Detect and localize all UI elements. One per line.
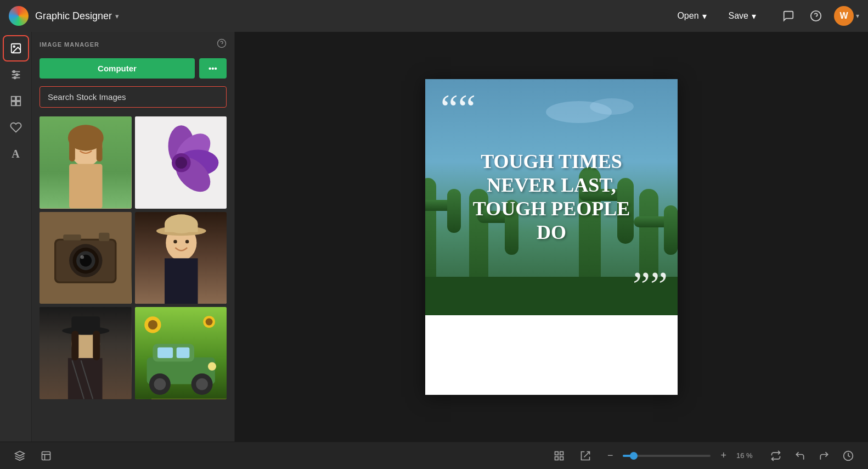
avatar: W bbox=[834, 6, 854, 26]
svg-marker-84 bbox=[15, 451, 25, 455]
svg-rect-62 bbox=[176, 347, 189, 358]
zoom-controls: − + 16 % bbox=[603, 448, 758, 464]
sidebar-item-image-manager[interactable] bbox=[4, 36, 28, 60]
avatar-wrapper[interactable]: W ▾ bbox=[834, 6, 859, 26]
save-label: Save bbox=[729, 11, 748, 21]
svg-point-66 bbox=[196, 378, 208, 390]
app-title-text: Graphic Designer bbox=[35, 10, 112, 22]
svg-point-28 bbox=[175, 157, 187, 169]
quote-close-mark: ”” bbox=[633, 266, 668, 305]
zoom-slider-thumb[interactable] bbox=[630, 452, 638, 460]
history-button[interactable] bbox=[839, 447, 857, 465]
frame-button[interactable] bbox=[550, 447, 568, 465]
quote-line1: TOUGH TIMES bbox=[481, 150, 622, 172]
save-button[interactable]: Save ▾ bbox=[721, 8, 764, 25]
svg-rect-43 bbox=[165, 224, 198, 232]
svg-point-56 bbox=[148, 320, 157, 330]
quote-open-mark: ““ bbox=[441, 89, 476, 129]
thumbnail-truck[interactable] bbox=[135, 307, 227, 399]
app-title[interactable]: Graphic Designer ▾ bbox=[35, 10, 119, 22]
export-button[interactable] bbox=[577, 447, 594, 465]
sidebar-item-adjustments[interactable] bbox=[4, 63, 28, 87]
svg-point-45 bbox=[173, 239, 177, 243]
svg-point-3 bbox=[13, 46, 15, 47]
more-options-button[interactable]: ••• bbox=[199, 58, 227, 79]
thumbnail-woman-3[interactable] bbox=[40, 307, 132, 399]
sidebar-item-text[interactable]: A bbox=[4, 142, 28, 166]
svg-rect-20 bbox=[69, 138, 75, 161]
panel-help-button[interactable] bbox=[217, 38, 227, 51]
thumbnail-woman-1[interactable] bbox=[40, 116, 132, 209]
canvas-quote-text: TOUGH TIMES NEVER LAST, TOUGH PEOPLE DO bbox=[450, 149, 652, 244]
svg-rect-11 bbox=[16, 97, 20, 101]
sidebar-item-templates[interactable] bbox=[4, 89, 28, 113]
image-grid bbox=[40, 116, 227, 399]
svg-point-64 bbox=[154, 378, 166, 390]
svg-point-8 bbox=[16, 74, 18, 76]
upload-buttons-row: Computer ••• bbox=[40, 58, 227, 79]
svg-point-67 bbox=[207, 362, 216, 371]
svg-rect-88 bbox=[555, 451, 558, 455]
panel-header: IMAGE MANAGER bbox=[40, 38, 227, 51]
svg-rect-50 bbox=[71, 316, 100, 332]
svg-rect-12 bbox=[11, 102, 15, 105]
image-manager-panel: IMAGE MANAGER Computer ••• Search Stock … bbox=[32, 32, 235, 442]
help-icon-button[interactable] bbox=[807, 7, 825, 25]
svg-point-70 bbox=[590, 98, 634, 115]
quote-line4: DO bbox=[537, 221, 566, 243]
canvas-white-bottom bbox=[425, 315, 678, 395]
svg-rect-52 bbox=[71, 331, 78, 360]
svg-rect-21 bbox=[97, 138, 103, 161]
quote-line2: NEVER LAST, bbox=[487, 174, 616, 196]
zoom-slider-track[interactable] bbox=[623, 455, 711, 457]
bottombar: − + 16 % bbox=[0, 442, 868, 469]
search-stock-button[interactable]: Search Stock Images bbox=[40, 86, 227, 108]
chat-icon-button[interactable] bbox=[779, 7, 798, 25]
text-icon: A bbox=[12, 148, 19, 160]
zoom-out-button[interactable]: − bbox=[603, 448, 618, 464]
design-canvas[interactable]: ““ TOUGH TIMES NEVER LAST, TOUGH PEOPLE … bbox=[425, 79, 678, 395]
zoom-percent: 16 % bbox=[736, 451, 758, 460]
svg-point-7 bbox=[13, 71, 15, 73]
computer-upload-button[interactable]: Computer bbox=[40, 58, 195, 79]
canvas-image-section: ““ TOUGH TIMES NEVER LAST, TOUGH PEOPLE … bbox=[425, 79, 678, 315]
svg-rect-85 bbox=[42, 451, 50, 460]
flip-button[interactable] bbox=[767, 447, 785, 465]
svg-rect-90 bbox=[555, 456, 558, 460]
svg-point-36 bbox=[81, 255, 84, 258]
svg-rect-44 bbox=[165, 258, 198, 304]
svg-rect-37 bbox=[99, 232, 109, 241]
open-chevron: ▾ bbox=[702, 11, 707, 21]
svg-rect-18 bbox=[69, 164, 103, 208]
svg-rect-61 bbox=[157, 347, 173, 358]
svg-rect-82 bbox=[664, 205, 678, 255]
layout-button[interactable] bbox=[37, 447, 55, 465]
svg-rect-13 bbox=[16, 102, 20, 105]
main-content: A IMAGE MANAGER Computer ••• Search Stoc… bbox=[0, 32, 868, 442]
svg-point-9 bbox=[14, 77, 16, 79]
redo-button[interactable] bbox=[815, 447, 833, 465]
save-chevron: ▾ bbox=[752, 11, 756, 21]
svg-rect-89 bbox=[560, 451, 563, 455]
icon-sidebar: A bbox=[0, 32, 32, 442]
app-title-chevron: ▾ bbox=[115, 12, 119, 20]
open-label: Open bbox=[677, 11, 698, 21]
avatar-letter: W bbox=[839, 11, 848, 21]
thumbnail-woman-2[interactable] bbox=[135, 212, 227, 304]
svg-rect-91 bbox=[560, 456, 563, 460]
bottom-right-icons bbox=[767, 447, 857, 465]
open-button[interactable]: Open ▾ bbox=[669, 8, 714, 25]
sidebar-item-favorites[interactable] bbox=[4, 115, 28, 139]
svg-point-46 bbox=[185, 239, 188, 243]
thumbnail-camera[interactable] bbox=[40, 212, 132, 304]
zoom-in-button[interactable]: + bbox=[716, 448, 731, 464]
panel-title: IMAGE MANAGER bbox=[40, 41, 99, 48]
svg-rect-10 bbox=[11, 97, 15, 101]
thumbnail-flower[interactable] bbox=[135, 116, 227, 209]
svg-rect-53 bbox=[93, 331, 100, 360]
undo-button[interactable] bbox=[791, 447, 809, 465]
svg-rect-38 bbox=[63, 235, 81, 241]
layers-button[interactable] bbox=[11, 447, 29, 465]
svg-point-58 bbox=[205, 319, 212, 326]
quote-line3: TOUGH PEOPLE bbox=[473, 198, 630, 220]
